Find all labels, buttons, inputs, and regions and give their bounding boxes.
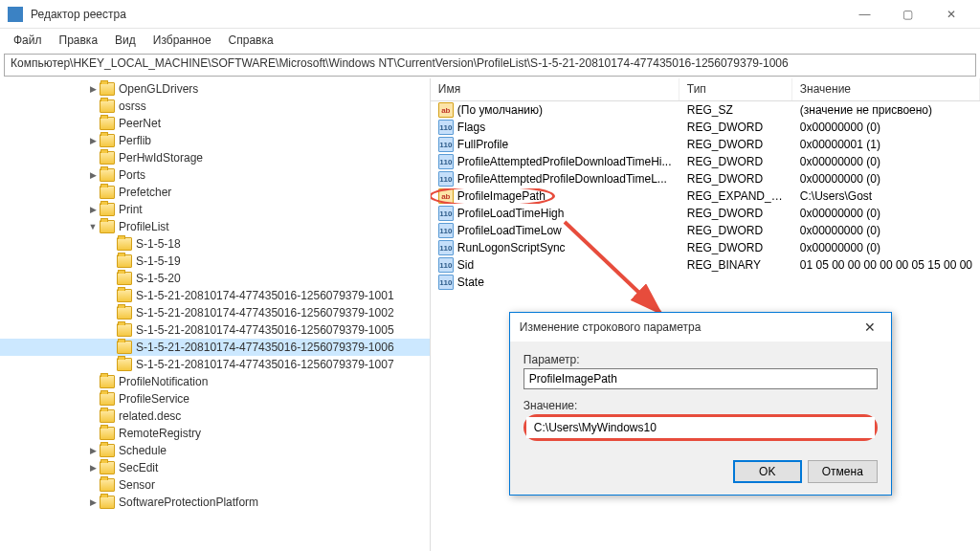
tree-twist-icon[interactable]: ▶ <box>86 84 100 94</box>
value-type: REG_DWORD <box>679 138 792 151</box>
value-name: FullProfile <box>457 138 508 151</box>
value-row[interactable]: 110RunLogonScriptSyncREG_DWORD0x00000000… <box>431 239 980 256</box>
tree-label: ProfileService <box>119 392 189 406</box>
value-row[interactable]: 110State <box>431 274 980 291</box>
tree-pane[interactable]: ▶OpenGLDriversosrssPeerNet▶PerflibPerHwI… <box>0 78 431 551</box>
tree-label: related.desc <box>119 409 181 423</box>
tree-item[interactable]: PerHwIdStorage <box>0 149 430 166</box>
value-row[interactable]: 110ProfileLoadTimeHighREG_DWORD0x0000000… <box>431 205 980 222</box>
tree-item[interactable]: PeerNet <box>0 115 430 132</box>
folder-icon <box>117 358 132 371</box>
tree-label: SoftwareProtectionPlatform <box>119 496 258 509</box>
tree-item[interactable]: S-1-5-21-20810174-477435016-1256079379-1… <box>0 339 430 356</box>
tree-label: Prefetcher <box>119 186 171 199</box>
menu-help[interactable]: Справка <box>221 32 281 49</box>
tree-item[interactable]: S-1-5-19 <box>0 253 430 270</box>
tree-item[interactable]: S-1-5-21-20810174-477435016-1256079379-1… <box>0 356 430 373</box>
tree-item[interactable]: Sensor <box>0 476 430 494</box>
tree-item[interactable]: ▶SecEdit <box>0 459 430 476</box>
tree-label: RemoteRegistry <box>119 427 201 440</box>
minimize-button[interactable]: — <box>843 0 886 29</box>
tree-item[interactable]: ▶Ports <box>0 166 430 184</box>
string-value-icon: ab <box>438 102 454 118</box>
value-row[interactable]: 110FullProfileREG_DWORD0x00000001 (1) <box>431 136 980 153</box>
value-name: ProfileImagePath <box>457 189 546 203</box>
tree-item[interactable]: S-1-5-21-20810174-477435016-1256079379-1… <box>0 321 430 339</box>
tree-item[interactable]: ▶Perflib <box>0 132 430 149</box>
string-value-icon: ab <box>438 188 454 204</box>
folder-icon <box>100 168 115 182</box>
menu-favorites[interactable]: Избранное <box>145 32 219 49</box>
list-pane[interactable]: Имя Тип Значение ab(По умолчанию)REG_SZ(… <box>431 78 980 551</box>
value-row[interactable]: 110ProfileAttemptedProfileDownloadTimeHi… <box>431 153 980 170</box>
tree-twist-icon[interactable]: ▶ <box>86 136 100 145</box>
value-label: Значение: <box>523 399 878 412</box>
param-label: Параметр: <box>523 353 878 366</box>
value-annotation <box>523 414 878 441</box>
folder-icon <box>117 341 132 354</box>
tree-item[interactable]: S-1-5-20 <box>0 270 430 287</box>
value-data: 0x00000000 (0) <box>792 207 980 220</box>
value-type: REG_SZ <box>679 103 792 117</box>
tree-twist-icon[interactable]: ▶ <box>86 205 100 214</box>
folder-icon <box>117 306 132 320</box>
menu-view[interactable]: Вид <box>107 32 144 49</box>
tree-item[interactable]: S-1-5-21-20810174-477435016-1256079379-1… <box>0 287 430 304</box>
binary-value-icon: 110 <box>438 275 454 290</box>
col-type[interactable]: Тип <box>679 78 792 100</box>
tree-item[interactable]: ProfileService <box>0 390 430 408</box>
menu-file[interactable]: Файл <box>6 32 50 49</box>
tree-item[interactable]: osrss <box>0 98 430 115</box>
close-button[interactable]: ✕ <box>929 0 972 29</box>
value-data: 0x00000000 (0) <box>792 121 980 134</box>
list-header: Имя Тип Значение <box>431 78 980 101</box>
value-data: C:\Users\Gost <box>792 189 980 203</box>
value-type: REG_DWORD <box>679 224 792 237</box>
folder-icon <box>100 117 115 130</box>
tree-item[interactable]: ▶Print <box>0 201 430 218</box>
tree-item[interactable]: S-1-5-18 <box>0 235 430 253</box>
tree-twist-icon[interactable]: ▶ <box>86 170 100 180</box>
tree-item[interactable]: ▶Schedule <box>0 442 430 459</box>
tree-item[interactable]: related.desc <box>0 408 430 425</box>
folder-icon <box>100 99 115 113</box>
param-input[interactable] <box>523 368 878 389</box>
cancel-button[interactable]: Отмена <box>808 460 878 483</box>
tree-item[interactable]: ▼ProfileList <box>0 218 430 235</box>
value-row[interactable]: ab(По умолчанию)REG_SZ(значение не присв… <box>431 101 980 119</box>
tree-item[interactable]: S-1-5-21-20810174-477435016-1256079379-1… <box>0 304 430 321</box>
tree-item[interactable]: Prefetcher <box>0 184 430 201</box>
value-row[interactable]: 110SidREG_BINARY01 05 00 00 00 00 00 05 … <box>431 256 980 274</box>
ok-button[interactable]: OK <box>733 460 802 483</box>
tree-item[interactable]: RemoteRegistry <box>0 425 430 442</box>
dialog-close-button[interactable]: ✕ <box>858 316 881 339</box>
tree-twist-icon[interactable]: ▶ <box>86 463 100 473</box>
tree-label: S-1-5-18 <box>136 237 181 251</box>
tree-item[interactable]: ProfileNotification <box>0 373 430 390</box>
tree-item[interactable]: ▶OpenGLDrivers <box>0 80 430 98</box>
maximize-button[interactable]: ▢ <box>886 0 929 29</box>
value-row[interactable]: abProfileImagePathREG_EXPAND_SZC:\Users\… <box>431 187 980 205</box>
value-data: 01 05 00 00 00 00 00 05 15 00 00 <box>792 258 980 272</box>
tree-label: S-1-5-20 <box>136 272 181 285</box>
tree-twist-icon[interactable]: ▶ <box>86 446 100 455</box>
value-row[interactable]: 110FlagsREG_DWORD0x00000000 (0) <box>431 119 980 136</box>
tree-label: S-1-5-19 <box>136 254 181 268</box>
binary-value-icon: 110 <box>438 120 454 135</box>
tree-twist-icon[interactable]: ▶ <box>86 497 100 507</box>
value-row[interactable]: 110ProfileLoadTimeLowREG_DWORD0x00000000… <box>431 222 980 239</box>
tree-item[interactable]: ▶SoftwareProtectionPlatform <box>0 494 430 511</box>
col-value[interactable]: Значение <box>792 78 980 100</box>
menu-edit[interactable]: Правка <box>52 32 106 49</box>
value-row[interactable]: 110ProfileAttemptedProfileDownloadTimeL.… <box>431 170 980 187</box>
folder-icon <box>100 186 115 199</box>
tree-twist-icon[interactable]: ▼ <box>86 222 100 231</box>
value-input[interactable] <box>526 417 875 438</box>
tree-label: Sensor <box>119 478 155 492</box>
tree-label: PerHwIdStorage <box>119 151 203 165</box>
col-name[interactable]: Имя <box>431 78 679 100</box>
value-data: 0x00000000 (0) <box>792 241 980 254</box>
address-bar[interactable]: Компьютер\HKEY_LOCAL_MACHINE\SOFTWARE\Mi… <box>4 54 976 77</box>
tree-label: OpenGLDrivers <box>119 82 198 96</box>
value-name: RunLogonScriptSync <box>457 241 566 254</box>
